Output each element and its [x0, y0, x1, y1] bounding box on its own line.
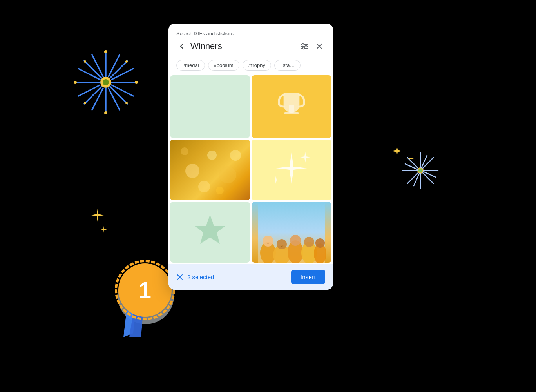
svg-point-58 [181, 147, 188, 155]
svg-point-1 [103, 79, 109, 85]
svg-point-20 [74, 81, 77, 84]
svg-point-22 [84, 60, 86, 63]
svg-point-59 [230, 150, 241, 161]
svg-point-27 [418, 169, 422, 172]
svg-point-25 [84, 102, 86, 104]
gif-grid [168, 75, 333, 263]
svg-point-24 [125, 60, 128, 63]
selected-info: 2 selected [176, 274, 214, 281]
svg-point-70 [304, 237, 314, 247]
svg-line-34 [423, 158, 433, 168]
light-starburst-decoration [399, 149, 442, 192]
svg-point-57 [198, 181, 210, 192]
svg-line-11 [112, 85, 133, 96]
svg-line-7 [110, 87, 127, 104]
svg-line-38 [422, 155, 427, 167]
svg-point-18 [104, 50, 107, 53]
svg-line-8 [110, 61, 127, 78]
svg-line-13 [92, 88, 103, 110]
tag-podium[interactable]: #podium [208, 60, 239, 71]
svg-line-33 [423, 173, 433, 183]
gif-cell-3[interactable] [170, 140, 250, 200]
svg-point-21 [135, 81, 138, 84]
svg-rect-53 [284, 112, 299, 114]
insert-button[interactable]: Insert [291, 270, 325, 284]
svg-line-35 [407, 173, 418, 183]
tag-medal[interactable]: #medal [176, 60, 205, 71]
svg-line-37 [424, 172, 436, 177]
gif-cell-1[interactable] [170, 75, 250, 138]
close-button[interactable] [313, 41, 325, 51]
svg-marker-41 [123, 288, 137, 337]
svg-point-54 [185, 164, 199, 178]
svg-point-23 [125, 102, 128, 104]
svg-point-56 [219, 166, 236, 183]
svg-point-51 [303, 47, 305, 49]
bottom-bar: 2 selected Insert [168, 264, 333, 290]
svg-line-12 [109, 55, 120, 76]
svg-point-44 [116, 261, 174, 319]
gold-sparkle-large [90, 208, 105, 224]
gif-cell-5[interactable] [170, 202, 250, 263]
gold-sparkle-right-small [407, 155, 415, 163]
dialog-header: Search GIFs and stickers Winners [168, 24, 333, 58]
gif-cell-4[interactable] [252, 140, 331, 200]
dialog-title: Winners [190, 41, 222, 51]
svg-line-10 [78, 69, 100, 80]
svg-point-64 [263, 236, 273, 247]
svg-line-14 [92, 55, 103, 76]
gold-sparkle-right-large [391, 145, 403, 158]
svg-point-49 [302, 44, 304, 45]
dialog-panel: Search GIFs and stickers Winners [168, 24, 333, 290]
svg-marker-61 [194, 215, 226, 244]
svg-line-15 [109, 88, 120, 110]
svg-point-26 [417, 167, 424, 174]
clear-selection-button[interactable] [176, 274, 183, 281]
back-button[interactable] [176, 41, 187, 52]
svg-line-9 [84, 87, 101, 104]
dialog-nav: Winners [176, 40, 325, 52]
tag-trophy[interactable]: #trophy [243, 60, 271, 71]
svg-line-17 [112, 69, 133, 80]
search-label: Search GIFs and stickers [176, 31, 325, 36]
svg-line-16 [78, 85, 100, 96]
blue-starburst-decoration [63, 39, 149, 125]
svg-line-36 [405, 164, 417, 169]
gif-cell-2[interactable] [252, 75, 331, 138]
selected-count-text: 2 selected [187, 274, 214, 280]
filter-button[interactable] [298, 40, 311, 52]
svg-text:1: 1 [139, 277, 151, 303]
gold-sparkle-small [100, 225, 108, 235]
svg-point-0 [100, 77, 111, 88]
tag-sta[interactable]: #sta… [274, 60, 301, 71]
svg-point-66 [277, 239, 287, 249]
tags-row: #medal #podium #trophy #sta… [168, 58, 333, 75]
svg-point-55 [207, 151, 217, 160]
svg-point-19 [104, 111, 107, 114]
svg-point-50 [305, 45, 307, 47]
svg-point-43 [118, 263, 172, 317]
svg-point-60 [216, 187, 224, 194]
svg-point-40 [118, 268, 174, 324]
svg-line-39 [414, 174, 419, 186]
gif-cell-6[interactable] [252, 202, 331, 263]
svg-marker-42 [129, 288, 145, 337]
svg-point-72 [315, 238, 325, 248]
svg-line-6 [84, 61, 101, 78]
svg-rect-52 [289, 105, 294, 112]
svg-point-68 [290, 235, 301, 246]
